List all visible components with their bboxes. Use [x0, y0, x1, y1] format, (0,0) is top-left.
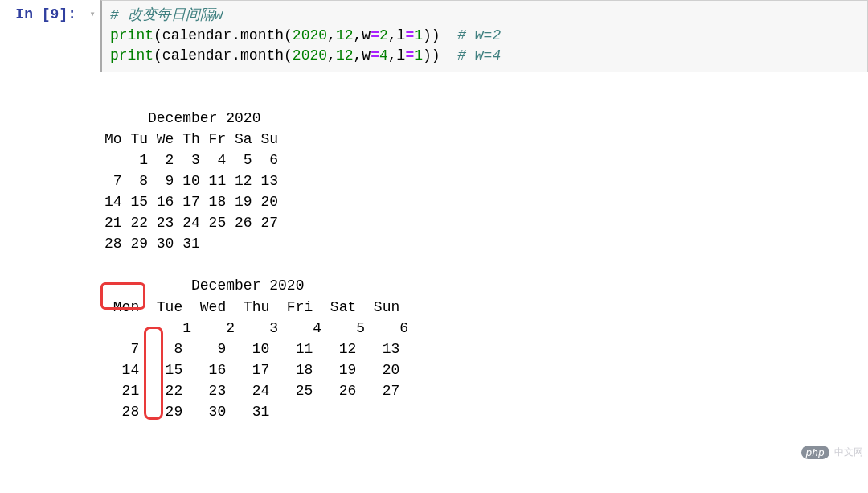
- watermark-badge: php: [801, 446, 829, 459]
- watermark: php 中文网: [801, 446, 863, 459]
- chevron-down-icon[interactable]: ▾: [84, 0, 100, 20]
- code-line-1: # 改变每日间隔w: [110, 6, 859, 26]
- prompt-number: 9: [51, 6, 59, 23]
- comment: # w=4: [440, 47, 502, 64]
- code-line-2: print(calendar.month(2020,12,w=2,l=1)) #…: [110, 26, 859, 46]
- code-input[interactable]: # 改变每日间隔w print(calendar.month(2020,12,w…: [100, 0, 868, 72]
- annotation-box-column-gap: [144, 327, 163, 420]
- builtin-print: print: [110, 27, 154, 43]
- comment: # 改变每日间隔w: [110, 7, 223, 23]
- builtin-print: print: [110, 47, 154, 64]
- prompt-post: ]:: [59, 6, 76, 23]
- cell-prompt: In [9]:: [0, 0, 84, 23]
- watermark-text: 中文网: [834, 446, 863, 459]
- code-line-3: print(calendar.month(2020,12,w=4,l=1)) #…: [110, 46, 859, 66]
- cell-output: December 2020 Mo Tu We Th Fr Sa Su 1 2 3…: [0, 72, 868, 465]
- comment: # w=2: [440, 27, 502, 43]
- annotation-box-mon: [100, 282, 145, 310]
- notebook-cell: In [9]: ▾ # 改变每日间隔w print(calendar.month…: [0, 0, 868, 72]
- prompt-pre: In [: [15, 6, 50, 23]
